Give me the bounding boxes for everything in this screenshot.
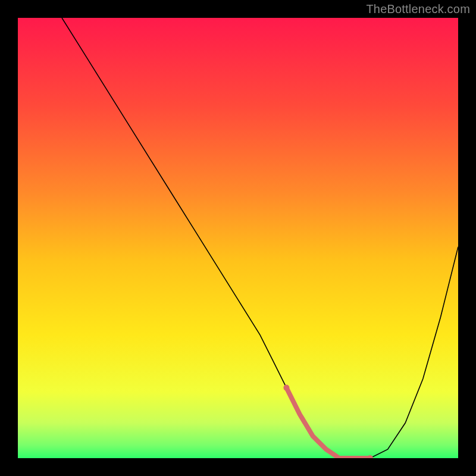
- bottleneck-chart: [18, 18, 458, 458]
- plot-area: [18, 18, 458, 458]
- gradient-background: [18, 18, 458, 458]
- watermark-label: TheBottleneck.com: [366, 2, 470, 16]
- chart-stage: TheBottleneck.com: [0, 0, 476, 476]
- minimum-endpoint-dot: [283, 385, 289, 391]
